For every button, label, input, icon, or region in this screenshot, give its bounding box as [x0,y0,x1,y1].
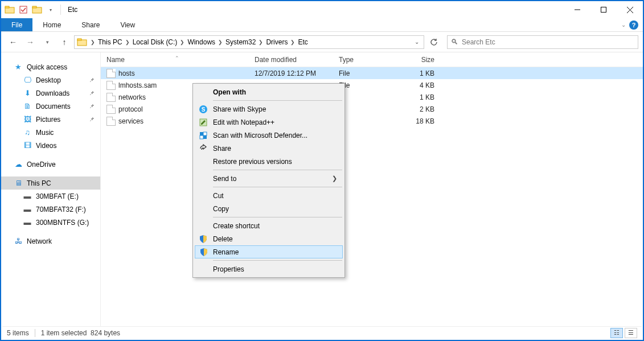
bc-drivers[interactable]: Drivers [265,38,289,46]
tab-view[interactable]: View [110,21,145,29]
chevron-right-icon[interactable]: ❯ [257,39,265,45]
file-icon [106,93,116,102]
bc-system32[interactable]: System32 [224,38,257,46]
forward-button[interactable]: → [23,35,38,50]
ctx-create-shortcut[interactable]: Create shortcut [195,219,343,232]
nav-quick-item[interactable]: ♫Music [1,126,100,139]
nav-onedrive[interactable]: ☁ OneDrive [1,158,100,171]
chevron-right-icon[interactable]: ❯ [216,39,224,45]
nav-label: 70MBFAT32 (F:) [36,206,86,213]
tab-share[interactable]: Share [71,21,110,29]
ctx-label: Cut [213,192,224,200]
column-size[interactable]: Size [401,56,441,64]
column-type[interactable]: Type [333,56,401,64]
ctx-separator [213,170,342,170]
help-icon[interactable]: ? [629,20,638,30]
qat-properties-icon[interactable] [17,3,30,16]
nav-quick-access[interactable]: ★ Quick access [1,60,100,73]
ctx-delete[interactable]: Delete [195,232,343,245]
ctx-restore-previous-versions[interactable]: Restore previous versions [195,155,343,168]
nav-drive-item[interactable]: ▬30MBFAT (E:) [1,190,100,203]
ctx-share[interactable]: Share [195,142,343,155]
nav-label: Desktop [36,76,61,84]
bc-drive[interactable]: Local Disk (C:) [132,38,179,46]
up-button[interactable]: ↑ [57,35,72,50]
search-input[interactable] [462,38,634,46]
search-box[interactable]: 🔍︎ [447,35,638,49]
nav-quick-item[interactable]: 🎞Videos [1,139,100,152]
column-name[interactable]: Name⌃ [101,56,249,64]
chevron-right-icon[interactable]: ❯ [178,39,186,45]
nav-drive-item[interactable]: ▬70MBFAT32 (F:) [1,203,100,216]
ctx-separator [213,217,342,217]
nav-quick-item[interactable]: ⬇Downloads📌︎ [1,87,100,100]
ctx-send-to[interactable]: Send to❯ [195,172,343,185]
bc-thispc[interactable]: This PC [97,38,124,46]
pin-icon: 📌︎ [89,77,95,83]
view-details-button[interactable]: ☷ [610,328,623,338]
chevron-right-icon[interactable]: ❯ [289,39,297,45]
qat-dropdown-icon[interactable]: ▾ [44,3,57,16]
nav-label: Pictures [36,116,60,124]
nav-label: Videos [36,142,56,150]
nav-quick-item[interactable]: 🖼Pictures📌︎ [1,113,100,126]
sort-asc-icon: ⌃ [175,55,179,61]
nav-quick-item[interactable]: 🖵Desktop📌︎ [1,73,100,87]
recent-dropdown-icon[interactable]: ▾ [40,35,55,50]
file-row[interactable]: protocol2 KB [101,103,643,115]
svg-rect-15 [203,132,207,135]
file-size: 4 KB [401,81,441,89]
ctx-rename[interactable]: Rename [195,245,343,258]
ctx-edit-with-notepad[interactable]: Edit with Notepad++ [195,116,343,129]
ctx-label: Share with Skype [213,105,266,113]
minimize-button[interactable] [564,1,590,18]
address-dropdown-icon[interactable]: ⌄ [415,39,419,45]
svg-rect-6 [601,7,606,13]
file-row[interactable]: networks1 KB [101,91,643,103]
ctx-label: Edit with Notepad++ [213,118,274,126]
svg-rect-10 [77,39,81,40]
pin-icon: 📌︎ [89,103,95,109]
nav-label: 30MBFAT (E:) [36,192,79,200]
view-icons-button[interactable]: ☰ [625,328,637,338]
shield-icon [198,234,208,244]
drive-icon: ▬ [23,218,32,227]
nav-network[interactable]: 🖧 Network [1,235,100,248]
nav-quick-item[interactable]: 🗎Documents📌︎ [1,100,100,113]
file-row[interactable]: lmhosts.sam File4 KB [101,79,643,91]
ctx-label: Scan with Microsoft Defender... [213,132,307,139]
chevron-right-icon[interactable]: ❯ [124,39,132,45]
maximize-button[interactable] [590,1,617,18]
file-name: lmhosts.sam [118,81,157,89]
file-icon [106,117,116,126]
ctx-open-with[interactable]: Open with [195,85,343,98]
ctx-share-with-skype[interactable]: SShare with Skype [195,102,343,116]
nav-drive-item[interactable]: ▬300MBNTFS (G:) [1,216,100,229]
bc-etc[interactable]: Etc [297,38,309,46]
ctx-label: Open with [213,88,246,96]
svg-rect-17 [203,135,207,139]
file-icon [106,69,116,78]
ctx-scan-with-microsoft-defender[interactable]: Scan with Microsoft Defender... [195,129,343,142]
close-button[interactable] [617,1,643,18]
breadcrumb[interactable]: ❯ This PC ❯ Local Disk (C:) ❯ Windows ❯ … [74,35,424,49]
bc-windows[interactable]: Windows [186,38,216,46]
file-row[interactable]: hosts12/7/2019 12:12 PMFile1 KB [101,67,643,79]
ctx-cut[interactable]: Cut [195,189,343,202]
file-tab[interactable]: File [1,18,32,31]
file-type: File [333,69,401,77]
nav-this-pc[interactable]: 🖥 This PC [1,176,100,190]
back-button[interactable]: ← [6,35,20,50]
desktop-icon: 🖵 [23,76,32,85]
tab-home[interactable]: Home [32,21,71,29]
svg-rect-2 [20,6,27,13]
nav-label: Documents [36,102,71,110]
ctx-copy[interactable]: Copy [195,202,343,215]
chevron-right-icon[interactable]: ❯ [89,39,97,45]
ribbon-expand-icon[interactable]: ⌄ [621,22,626,28]
monitor-icon: 🖥 [14,179,23,188]
ctx-properties[interactable]: Properties [195,262,343,276]
column-date[interactable]: Date modified [249,56,333,64]
refresh-button[interactable] [426,35,441,49]
file-row[interactable]: services18 KB [101,115,643,127]
